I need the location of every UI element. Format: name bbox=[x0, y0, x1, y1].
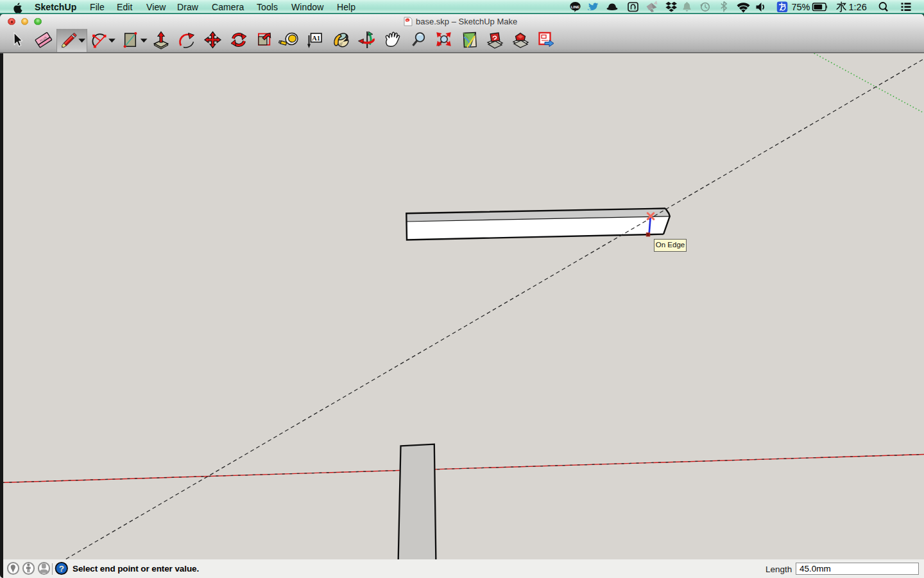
svg-text:A1: A1 bbox=[312, 35, 320, 42]
svg-text:75%: 75% bbox=[791, 2, 810, 12]
svg-text:LINE: LINE bbox=[571, 5, 580, 9]
svg-text:1:26: 1:26 bbox=[849, 2, 867, 12]
svg-text:?: ? bbox=[59, 564, 64, 574]
